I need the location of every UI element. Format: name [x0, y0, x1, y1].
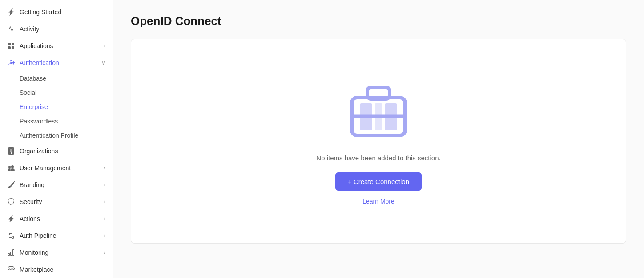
sidebar-sub-item-label: Enterprise	[20, 103, 48, 110]
chevron-right-icon: ›	[104, 199, 105, 205]
sidebar-sub-item-database[interactable]: Database	[0, 71, 113, 86]
sidebar-item-actions[interactable]: Actions ›	[0, 210, 113, 227]
sidebar-item-label: Auth Pipeline	[20, 232, 56, 239]
sidebar-item-monitoring[interactable]: Monitoring ›	[0, 244, 113, 261]
person-key-icon	[7, 59, 15, 67]
svg-rect-4	[385, 103, 397, 130]
create-connection-button[interactable]: + Create Connection	[335, 172, 422, 191]
sidebar-item-label: Security	[20, 198, 42, 205]
chevron-right-icon: ›	[104, 216, 105, 222]
sidebar-sub-item-auth-profile[interactable]: Authentication Profile	[0, 128, 113, 143]
grid-icon	[7, 42, 15, 50]
page-title: OpenID Connect	[131, 14, 626, 28]
content-card: No items have been added to this section…	[131, 39, 626, 244]
chevron-right-icon: ›	[104, 182, 105, 188]
sidebar-sub-item-passwordless[interactable]: Passwordless	[0, 114, 113, 128]
people-icon	[7, 164, 15, 172]
main-content: OpenID Connect No items have been added …	[113, 0, 644, 278]
sidebar-item-label: Marketplace	[20, 266, 53, 273]
building-icon	[7, 147, 15, 155]
lightning-icon	[7, 8, 15, 16]
sidebar-sub-item-label: Social	[20, 89, 36, 96]
sidebar-item-label: Authentication	[20, 59, 59, 66]
pipeline-icon	[7, 232, 15, 240]
empty-state-illustration	[343, 78, 414, 142]
sidebar-sub-item-enterprise[interactable]: Enterprise	[0, 100, 113, 114]
sidebar-item-authentication[interactable]: Authentication ∨	[0, 54, 113, 71]
actions-icon	[7, 215, 15, 223]
chevron-right-icon: ›	[104, 233, 105, 239]
chevron-right-icon: ›	[104, 249, 105, 256]
chevron-right-icon: ›	[104, 165, 105, 171]
sidebar-item-user-management[interactable]: User Management ›	[0, 159, 113, 176]
svg-rect-3	[360, 103, 372, 130]
svg-rect-1	[367, 87, 390, 99]
sidebar-item-branding[interactable]: Branding ›	[0, 176, 113, 193]
chevron-down-icon: ∨	[101, 60, 105, 66]
sidebar-item-label: Applications	[20, 42, 53, 49]
brush-icon	[7, 181, 15, 189]
activity-icon	[7, 25, 15, 33]
marketplace-icon	[7, 266, 15, 274]
chevron-right-icon: ›	[104, 43, 105, 49]
chart-icon	[7, 249, 15, 257]
sidebar-sub-item-label: Passwordless	[20, 118, 58, 125]
sidebar-item-security[interactable]: Security ›	[0, 193, 113, 210]
sidebar-item-label: Activity	[20, 25, 39, 33]
sidebar-item-getting-started[interactable]: Getting Started	[0, 4, 113, 20]
sidebar-sub-item-social[interactable]: Social	[0, 86, 113, 100]
sidebar-item-label: Organizations	[20, 147, 58, 155]
sidebar-sub-item-label: Database	[20, 75, 46, 82]
sidebar-item-label: User Management	[20, 164, 71, 172]
sidebar-item-activity[interactable]: Activity	[0, 20, 113, 37]
sidebar: Getting Started Activity Applications › …	[0, 0, 113, 278]
sidebar-item-label: Branding	[20, 181, 44, 188]
learn-more-link[interactable]: Learn More	[362, 198, 394, 205]
sidebar-item-organizations[interactable]: Organizations	[0, 143, 113, 159]
sidebar-item-applications[interactable]: Applications ›	[0, 37, 113, 54]
sidebar-item-label: Monitoring	[20, 249, 48, 256]
empty-message: No items have been added to this section…	[316, 154, 440, 162]
sidebar-sub-item-label: Authentication Profile	[20, 132, 78, 139]
sidebar-item-label: Actions	[20, 215, 40, 222]
sidebar-item-marketplace[interactable]: Marketplace	[0, 261, 113, 278]
svg-rect-5	[375, 103, 382, 130]
shield-icon	[7, 198, 15, 206]
sidebar-item-label: Getting Started	[20, 8, 61, 16]
sidebar-item-auth-pipeline[interactable]: Auth Pipeline ›	[0, 227, 113, 244]
